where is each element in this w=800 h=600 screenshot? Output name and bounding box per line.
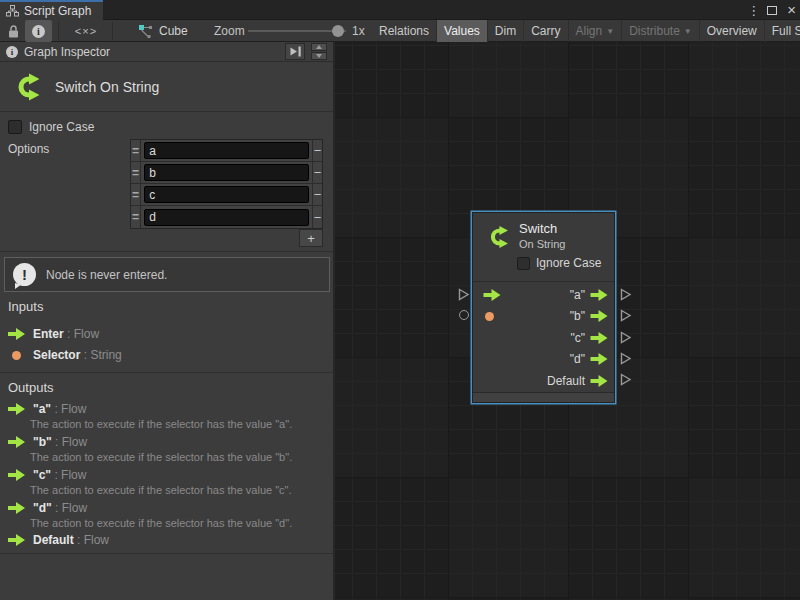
tab-title: Script Graph <box>24 4 91 18</box>
switch-unit-icon <box>484 224 510 250</box>
hollow-triangle-icon <box>619 331 632 344</box>
distribute-dropdown[interactable]: Distribute ▼ <box>622 20 700 42</box>
option-value-input[interactable] <box>144 186 309 203</box>
flow-arrow-icon <box>590 332 608 344</box>
unit-title: Switch On String <box>55 79 159 95</box>
node-output-c[interactable]: "c" <box>473 327 614 348</box>
remove-option-button[interactable]: − <box>312 140 322 161</box>
node-output-d[interactable]: "d" <box>473 349 614 370</box>
graph-breadcrumb[interactable]: Cube <box>138 20 188 42</box>
graph-toolbar: i <×> Cube Zoom 1x Relations Values Dim … <box>0 20 800 42</box>
section-divider <box>0 372 333 373</box>
drag-handle-icon[interactable]: = <box>131 140 141 161</box>
toolbar-separator <box>112 22 113 40</box>
inspector-toggle-button[interactable]: i <box>25 20 52 42</box>
flow-arrow-icon <box>8 502 25 514</box>
zoom-label: Zoom <box>214 20 245 42</box>
graph-name: Cube <box>159 24 188 38</box>
output-c-connection-handle[interactable] <box>619 331 632 347</box>
carry-button[interactable]: Carry <box>524 20 568 42</box>
dock-panel-button[interactable] <box>285 43 305 60</box>
tab-bar: Script Graph ⋮ × <box>0 0 800 20</box>
tab-script-graph[interactable]: Script Graph <box>0 0 103 20</box>
option-value-input[interactable] <box>144 209 309 226</box>
flow-arrow-icon <box>590 289 608 301</box>
output-port-description: The action to execute if the selector ha… <box>30 451 292 463</box>
output-a-connection-handle[interactable] <box>619 288 632 304</box>
remove-option-button[interactable]: − <box>312 206 322 228</box>
node-ignore-case-checkbox[interactable] <box>517 257 530 270</box>
toolbar-separator <box>58 22 59 40</box>
flow-arrow-icon <box>8 328 25 340</box>
warning-text: Node is never entered. <box>46 268 167 282</box>
remove-option-button[interactable]: − <box>312 162 322 183</box>
flow-arrow-icon <box>8 436 25 448</box>
output-b-connection-handle[interactable] <box>619 309 632 325</box>
unit-title-block: Switch On String <box>0 62 333 112</box>
hollow-triangle-icon <box>619 373 632 386</box>
outputs-heading: Outputs <box>8 380 54 395</box>
graph-hierarchy-icon <box>6 5 19 17</box>
overview-button[interactable]: Overview <box>700 20 765 42</box>
node-ignore-case-label: Ignore Case <box>536 256 601 270</box>
add-option-button[interactable]: + <box>299 229 323 247</box>
section-divider <box>0 553 333 554</box>
switch-unit-icon <box>10 71 42 103</box>
output-port-description: The action to execute if the selector ha… <box>30 484 292 496</box>
selector-connection-handle[interactable] <box>459 310 469 320</box>
node-output-a[interactable]: "a" <box>473 284 614 305</box>
option-value-input[interactable] <box>144 164 309 181</box>
info-icon: i <box>32 25 45 38</box>
node-output-b[interactable]: "b" <box>473 306 614 327</box>
output-d-connection-handle[interactable] <box>619 352 632 368</box>
option-row: = − <box>131 184 322 206</box>
graph-inspector-title: Graph Inspector <box>24 45 110 59</box>
relations-button[interactable]: Relations <box>372 20 437 42</box>
zoom-slider-handle[interactable] <box>332 25 344 37</box>
script-graph-icon <box>138 24 153 38</box>
flow-arrow-icon <box>8 403 25 415</box>
lock-button[interactable] <box>2 20 24 42</box>
remove-option-button[interactable]: − <box>312 184 322 205</box>
zoom-slider[interactable] <box>248 30 346 32</box>
node-title: Switch <box>519 221 557 236</box>
output-port-description: The action to execute if the selector ha… <box>30 418 292 430</box>
window-maximize-icon[interactable] <box>767 6 777 15</box>
graph-canvas[interactable]: Switch On String Ignore Case "a" "b" <box>335 42 800 600</box>
window-close-icon[interactable]: × <box>787 5 796 15</box>
scroll-down-button[interactable] <box>311 52 327 60</box>
switch-on-string-node[interactable]: Switch On String Ignore Case "a" "b" <box>472 212 615 403</box>
dock-right-icon <box>289 46 302 57</box>
hollow-triangle-icon <box>457 288 470 301</box>
graph-inspector-panel: i Graph Inspector <box>0 42 334 600</box>
flow-arrow-icon <box>8 534 25 546</box>
flow-arrow-icon <box>590 353 608 365</box>
code-preview-button[interactable]: <×> <box>66 20 106 42</box>
values-button[interactable]: Values <box>437 20 488 42</box>
triangle-up-icon <box>316 45 322 49</box>
unit-properties: Ignore Case Options = − = − = − <box>0 112 333 252</box>
warning-icon: ! <box>13 263 36 286</box>
scroll-up-button[interactable] <box>311 43 327 51</box>
full-screen-button[interactable]: Full Screen <box>765 20 800 42</box>
dim-button[interactable]: Dim <box>488 20 524 42</box>
option-row: = − <box>131 140 322 162</box>
enter-connection-handle[interactable] <box>457 288 470 304</box>
flow-arrow-icon <box>8 469 25 481</box>
drag-handle-icon[interactable]: = <box>131 184 141 205</box>
align-dropdown[interactable]: Align ▼ <box>569 20 623 42</box>
node-output-default[interactable]: Default <box>473 370 614 391</box>
flow-arrow-icon <box>590 310 608 322</box>
drag-handle-icon[interactable]: = <box>131 162 141 183</box>
input-port-enter: Enter : Flow <box>8 326 99 342</box>
ignore-case-label: Ignore Case <box>29 120 94 134</box>
output-port-c: "c" : Flow <box>8 467 86 483</box>
node-header[interactable]: Switch On String Ignore Case <box>473 213 614 282</box>
window-menu-icon[interactable]: ⋮ <box>747 3 757 18</box>
output-default-connection-handle[interactable] <box>619 373 632 389</box>
ignore-case-checkbox[interactable] <box>8 120 22 134</box>
warning-banner: ! Node is never entered. <box>4 257 330 292</box>
option-value-input[interactable] <box>144 142 309 159</box>
drag-handle-icon[interactable]: = <box>131 206 141 228</box>
value-port-icon <box>12 351 21 360</box>
